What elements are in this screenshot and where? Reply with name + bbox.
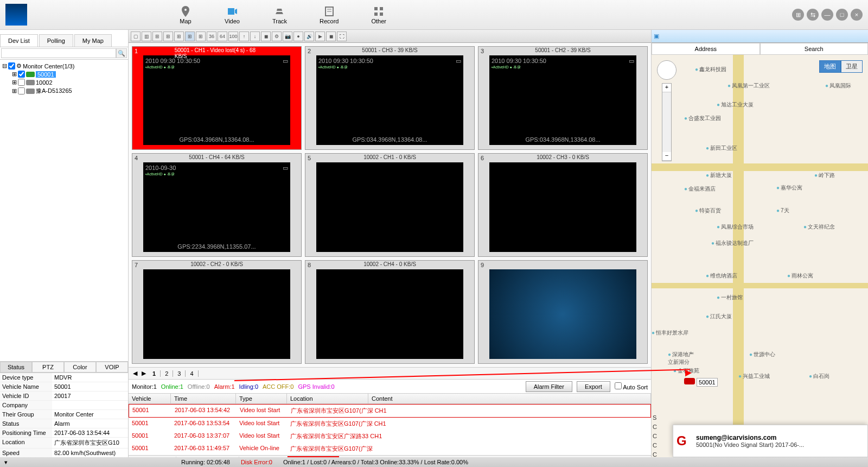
video-cell-7[interactable]: 7 10002 - CH2 - 0 KB/S: [132, 260, 302, 364]
vehicle-icon: [684, 378, 695, 384]
export-button[interactable]: Export: [577, 381, 610, 392]
zoom-in-button[interactable]: +: [662, 84, 671, 92]
alarm-row[interactable]: 50001 2017-06-03 13:54:42 Video lost Sta…: [129, 404, 651, 418]
close-button[interactable]: ×: [851, 9, 863, 21]
root-checkbox[interactable]: [8, 62, 15, 70]
tb-fullscreen[interactable]: ⛶: [337, 31, 347, 41]
footer-icon[interactable]: ▾: [4, 459, 8, 466]
col-content[interactable]: Content: [368, 394, 651, 403]
tb-play[interactable]: ▶: [315, 31, 325, 41]
collapse-icon[interactable]: ⊟: [2, 62, 7, 70]
page-4[interactable]: 4: [186, 370, 198, 377]
page-2[interactable]: 2: [161, 370, 173, 377]
address-button[interactable]: Address: [652, 43, 760, 55]
alarm-filter-button[interactable]: Alarm Filter: [526, 381, 572, 392]
col-vehicle[interactable]: Vehicle: [129, 394, 171, 403]
tb-layout6[interactable]: ⊞: [163, 31, 173, 41]
video-cell-1[interactable]: 1 50001 - CH1 - Video lost(4 s) - 68 KB/…: [132, 46, 302, 150]
alarm-row[interactable]: 50001 2017-06-03 13:37:07 Video lost Sta…: [129, 430, 651, 443]
col-time[interactable]: Time: [171, 394, 236, 403]
tree-node-3[interactable]: 豫A-D513265: [36, 87, 72, 95]
alarm-row[interactable]: 50001 2017-06-03 11:49:57 Vehicle On-lin…: [129, 443, 651, 455]
tab-ptz[interactable]: PTZ: [32, 362, 64, 373]
tb-layout8[interactable]: ⊞: [174, 31, 184, 41]
tab-color[interactable]: Color: [64, 362, 96, 373]
tree-node-10002[interactable]: 10002: [36, 79, 53, 86]
tb-stop[interactable]: ◼: [261, 31, 271, 41]
tab-mymap[interactable]: My Map: [74, 34, 112, 47]
video-cell-6[interactable]: 6 10002 - CH3 - 0 KB/S: [478, 153, 648, 257]
device-search-input[interactable]: [1, 48, 116, 58]
expand-icon[interactable]: ⊞: [12, 79, 17, 86]
nav-video[interactable]: Video: [225, 5, 240, 24]
tb-36[interactable]: 36: [207, 31, 216, 41]
page-prev[interactable]: ◀: [131, 370, 139, 377]
video-cell-9[interactable]: 9: [478, 260, 648, 364]
col-type[interactable]: Type: [236, 394, 287, 403]
video-cell-4[interactable]: 4 50001 - CH4 - 64 KB/S 2010-09-30▭▪Acti…: [132, 153, 302, 257]
video-cell-3[interactable]: 3 50001 - CH2 - 39 KB/S 2010 09:30 10:30…: [478, 46, 648, 150]
col-location[interactable]: Location: [287, 394, 368, 403]
sync-button[interactable]: ⇆: [807, 9, 819, 21]
tb-stop2[interactable]: ◼: [326, 31, 336, 41]
page-1[interactable]: 1: [148, 370, 161, 377]
vehicle-marker[interactable]: 50001: [684, 378, 718, 386]
grid-button[interactable]: ⊞: [792, 9, 804, 21]
node-checkbox[interactable]: [18, 79, 25, 86]
expand-icon[interactable]: ⊞: [12, 87, 17, 94]
tb-rec[interactable]: ●: [293, 31, 303, 41]
notification-popup[interactable]: G sumeng@icarvisions.com 50001(No Video …: [673, 425, 868, 457]
tb-audio[interactable]: 🔊: [304, 31, 314, 41]
tb-layout9[interactable]: ⊞: [185, 31, 195, 41]
tb-layout2[interactable]: ▥: [142, 31, 151, 41]
nav-map[interactable]: Map: [179, 5, 192, 24]
footer-running: Running: 02:05:48: [181, 459, 230, 465]
video-cell-2[interactable]: 2 50001 - CH3 - 39 KB/S 2010 09:30 10:30…: [305, 46, 475, 150]
mon-count: Monitor:1: [132, 383, 157, 390]
map-pan-control[interactable]: [657, 60, 676, 80]
page-3[interactable]: 3: [173, 370, 186, 377]
tb-up[interactable]: ↑: [239, 31, 249, 41]
video-cell-8[interactable]: 8 10002 - CH4 - 0 KB/S: [305, 260, 475, 364]
zoom-slider[interactable]: [662, 92, 671, 152]
nav-track-label: Track: [272, 18, 287, 24]
device-search-button[interactable]: 🔍: [116, 48, 127, 58]
panel-toggle-icon[interactable]: ▣: [654, 33, 659, 40]
tab-status[interactable]: Status: [0, 362, 32, 373]
annotation-arrow-head: [685, 370, 692, 376]
tb-settings[interactable]: ⚙: [272, 31, 282, 41]
alarm-table: Vehicle Time Type Location Content 50001…: [129, 393, 651, 455]
nav-record[interactable]: Record: [320, 5, 339, 24]
nav-track[interactable]: Track: [272, 5, 287, 24]
zoom-out-button[interactable]: −: [662, 152, 671, 161]
video-cell-5[interactable]: 5 10002 - CH1 - 0 KB/S: [305, 153, 475, 257]
map-controls: + −: [657, 60, 676, 161]
map-view[interactable]: 鑫龙科技园 凤凰第一工业区 凤凰国际 旭达工业大厦 合盛发工业园 新田工业区 新…: [652, 55, 868, 467]
tb-64[interactable]: 64: [218, 31, 227, 41]
map-type-map[interactable]: 地图: [819, 60, 841, 73]
map-type-sat[interactable]: 卫星: [841, 60, 863, 73]
tab-polling[interactable]: Polling: [39, 34, 73, 47]
tree-root-label[interactable]: Monitor Center(1/3): [23, 63, 74, 70]
tab-devlist[interactable]: Dev List: [0, 34, 38, 47]
tree-node-50001[interactable]: 50001: [36, 71, 56, 78]
node-checkbox[interactable]: [18, 87, 25, 94]
nav-other[interactable]: Other: [372, 5, 387, 24]
tb-layout4[interactable]: ⊞: [152, 31, 162, 41]
page-next[interactable]: ▶: [139, 370, 148, 377]
video-title: 50001 - CH1 - Video lost(4 s) - 68 KB/S: [175, 47, 259, 59]
map-search-button[interactable]: Search: [760, 43, 869, 55]
tb-layout16[interactable]: ⊞: [196, 31, 206, 41]
maximize-button[interactable]: □: [836, 9, 848, 21]
node-checkbox[interactable]: [18, 71, 25, 78]
tb-layout1[interactable]: ▢: [131, 31, 141, 41]
tb-100[interactable]: 100: [228, 31, 238, 41]
minimize-button[interactable]: —: [821, 9, 833, 21]
tab-voip[interactable]: VOIP: [96, 362, 128, 373]
alarm-row[interactable]: 50001 2017-06-03 13:53:54 Video lost Sta…: [129, 418, 651, 430]
autosort-label[interactable]: Auto Sort: [615, 382, 648, 390]
tb-down[interactable]: ↓: [250, 31, 260, 41]
expand-icon[interactable]: ⊞: [12, 71, 17, 78]
tb-snapshot[interactable]: 📷: [283, 31, 292, 41]
autosort-checkbox[interactable]: [615, 382, 622, 389]
